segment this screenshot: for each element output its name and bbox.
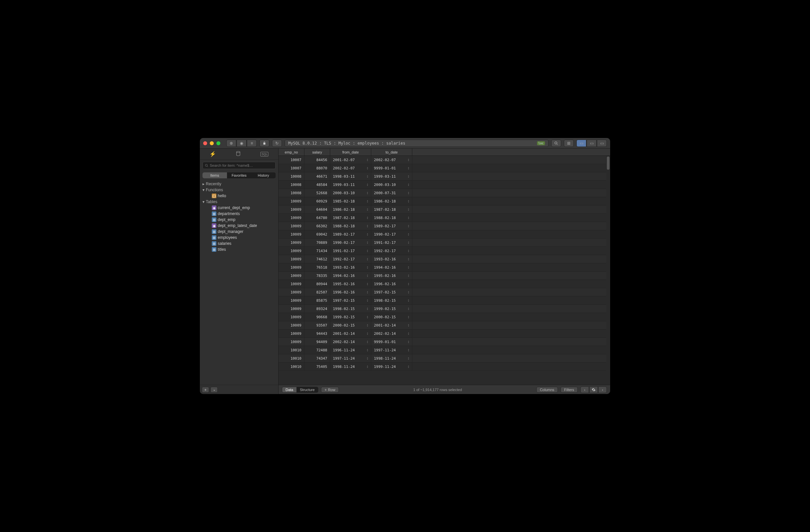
stepper-icon[interactable]: ▴▾ [367,249,368,253]
sidebar-item-salaries[interactable]: ⊞salaries [200,241,278,246]
tab-history[interactable]: History [251,172,276,178]
sidebar-item-dept_emp_latest_date[interactable]: ◉dept_emp_latest_date [200,223,278,229]
sidebar-section-functions[interactable]: ▾ Functions [200,187,278,193]
table-row[interactable]: 10009858751997-02-15▴▾1998-02-15▴▾ [279,296,610,305]
tab-items[interactable]: Items [202,172,227,178]
table-row[interactable]: 10009809441995-02-16▴▾1996-02-16▴▾ [279,280,610,288]
table-cell[interactable]: 2000-02-15▴▾ [371,313,412,321]
stepper-icon[interactable]: ▴▾ [408,266,409,269]
table-cell[interactable]: 9999-01-01▴▾ [371,164,412,172]
scrollbar-thumb[interactable] [607,157,610,170]
stepper-icon[interactable]: ▴▾ [408,241,409,244]
table-cell[interactable]: 10009 [279,313,304,321]
table-cell[interactable]: 10009 [279,280,304,288]
table-cell[interactable]: 75405 [304,362,330,371]
table-row[interactable]: 10009609291985-02-18▴▾1986-02-18▴▾ [279,197,610,206]
table-row[interactable]: 10009906681999-02-15▴▾2000-02-15▴▾ [279,313,610,321]
stepper-icon[interactable]: ▴▾ [408,224,409,228]
stepper-icon[interactable]: ▴▾ [408,158,409,161]
table-cell[interactable]: 2002-02-14▴▾ [371,329,412,337]
column-header-from-date[interactable]: from_date [330,148,371,156]
table-row[interactable]: 10009663021988-02-18▴▾1989-02-17▴▾ [279,222,610,230]
table-cell[interactable]: 1998-11-24▴▾ [371,354,412,362]
table-row[interactable]: 10007880702002-02-07▴▾9999-01-01▴▾ [279,164,610,172]
table-cell[interactable]: 1998-02-15▴▾ [371,296,412,304]
sidebar-item-departments[interactable]: ⊞departments [200,211,278,217]
table-cell[interactable]: 93507 [304,321,330,329]
table-cell[interactable]: 1999-03-11▴▾ [330,181,371,189]
table-cell[interactable]: 2001-02-14▴▾ [371,321,412,329]
table-cell[interactable]: 2000-03-10▴▾ [330,189,371,197]
stepper-icon[interactable]: ▴▾ [367,340,368,343]
sql-icon[interactable]: SQL [260,152,268,157]
table-cell[interactable]: 1996-02-16▴▾ [330,288,371,296]
table-cell[interactable]: 71434 [304,247,330,255]
table-row[interactable]: 10009746121992-02-17▴▾1993-02-16▴▾ [279,255,610,263]
table-cell[interactable]: 2002-02-07▴▾ [330,164,371,172]
list-button[interactable]: ≡ [247,140,257,147]
table-cell[interactable]: 1990-02-17▴▾ [371,230,412,238]
table-cell[interactable]: 69042 [304,230,330,238]
stepper-icon[interactable]: ▴▾ [367,349,368,352]
table-cell[interactable]: 2000-02-15▴▾ [330,321,371,329]
table-row[interactable]: 10008526682000-03-10▴▾2000-07-31▴▾ [279,189,610,197]
table-cell[interactable]: 2000-03-10▴▾ [371,181,412,189]
stepper-icon[interactable]: ▴▾ [367,315,368,319]
table-cell[interactable]: 1988-02-18▴▾ [330,222,371,230]
grid-button[interactable]: ⊞ [564,140,574,147]
table-row[interactable]: 10009765181993-02-16▴▾1994-02-16▴▾ [279,263,610,272]
stepper-icon[interactable]: ▴▾ [408,199,409,203]
table-cell[interactable]: 90668 [304,313,330,321]
connection-icon[interactable]: ⚡ [209,151,216,157]
filters-button[interactable]: Filters [561,387,578,393]
table-cell[interactable]: 1986-02-18▴▾ [330,206,371,213]
table-cell[interactable]: 10008 [279,181,304,189]
sidebar-item-dept_manager[interactable]: ⊞dept_manager [200,229,278,235]
data-tab[interactable]: Data [282,387,296,392]
stepper-icon[interactable]: ▴▾ [408,349,409,352]
structure-tab[interactable]: Structure [296,387,318,392]
table-cell[interactable]: 2002-02-07▴▾ [371,156,412,164]
table-cell[interactable]: 94409 [304,338,330,346]
table-cell[interactable]: 2001-02-14▴▾ [330,329,371,337]
table-row[interactable]: 10007844562001-02-07▴▾2002-02-07▴▾ [279,156,610,164]
stepper-icon[interactable]: ▴▾ [367,175,368,178]
stepper-icon[interactable]: ▴▾ [408,208,409,211]
stepper-icon[interactable]: ▴▾ [408,307,409,310]
add-row-button[interactable]: + Row [321,387,339,393]
stepper-icon[interactable]: ▴▾ [367,357,368,360]
table-row[interactable]: 10009825071996-02-16▴▾1997-02-15▴▾ [279,288,610,296]
table-cell[interactable]: 10009 [279,305,304,313]
stepper-icon[interactable]: ▴▾ [408,290,409,294]
stepper-icon[interactable]: ▴▾ [367,232,368,236]
table-cell[interactable]: 1997-11-24▴▾ [371,346,412,354]
table-cell[interactable]: 74612 [304,255,330,263]
table-row[interactable]: 10010754051998-11-24▴▾1999-11-24▴▾ [279,362,610,371]
table-body[interactable]: 10007844562001-02-07▴▾2002-02-07▴▾100078… [279,156,610,385]
stepper-icon[interactable]: ▴▾ [367,365,368,368]
stepper-icon[interactable]: ▴▾ [367,158,368,161]
stepper-icon[interactable]: ▴▾ [367,199,368,203]
table-cell[interactable]: 1998-03-11▴▾ [330,172,371,180]
table-cell[interactable]: 1992-02-17▴▾ [371,247,412,255]
stepper-icon[interactable]: ▴▾ [408,175,409,178]
stepper-icon[interactable]: ▴▾ [408,282,409,286]
stepper-icon[interactable]: ▴▾ [408,357,409,360]
close-button[interactable] [203,141,207,145]
table-cell[interactable]: 70889 [304,239,330,246]
stepper-icon[interactable]: ▴▾ [367,299,368,302]
table-row[interactable]: 10010743471997-11-24▴▾1998-11-24▴▾ [279,354,610,362]
stepper-icon[interactable]: ▴▾ [408,191,409,195]
table-cell[interactable]: 10009 [279,247,304,255]
settings-button[interactable] [589,386,598,393]
table-cell[interactable]: 10009 [279,338,304,346]
table-cell[interactable]: 10009 [279,239,304,246]
stepper-icon[interactable]: ▴▾ [367,183,368,186]
refresh-button[interactable]: ↻ [272,140,282,147]
column-header-salary[interactable]: salary [304,148,330,156]
table-row[interactable]: 10009783351994-02-16▴▾1995-02-16▴▾ [279,272,610,280]
table-cell[interactable]: 64604 [304,206,330,213]
table-cell[interactable]: 1991-02-17▴▾ [371,239,412,246]
table-row[interactable]: 10009708891990-02-17▴▾1991-02-17▴▾ [279,239,610,247]
table-cell[interactable]: 1989-02-17▴▾ [371,222,412,230]
